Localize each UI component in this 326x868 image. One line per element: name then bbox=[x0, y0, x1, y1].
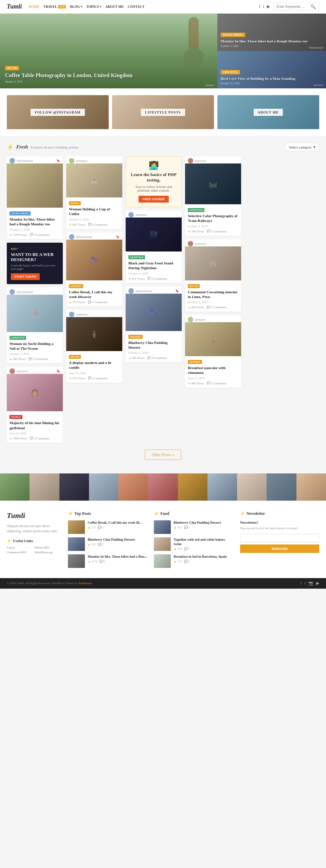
site-logo[interactable]: Tumli bbox=[7, 3, 22, 10]
nav-contact[interactable]: CONTACT bbox=[128, 5, 144, 8]
footer-post-thumb bbox=[68, 537, 85, 551]
post-card-pancake[interactable]: janngore 🗼 DESSERT Breakfast pancake wit… bbox=[185, 315, 241, 388]
ad-webdesign-btn[interactable]: START TODAY! bbox=[11, 273, 40, 280]
strip-photo-8[interactable] bbox=[207, 473, 237, 501]
youtube-icon[interactable]: ▶ bbox=[267, 4, 270, 9]
post-title: Selective Color Photography of Train Rai… bbox=[188, 213, 238, 223]
footer-post-item[interactable]: Coffee Break, I call this my week lif...… bbox=[68, 520, 147, 534]
search-box: 🔍 bbox=[273, 3, 319, 11]
footer-logo: Tumli bbox=[7, 511, 61, 520]
promo-instagram[interactable]: FOLLOW @INSTAGRAM bbox=[7, 95, 109, 129]
user-name: mytravel bbox=[195, 159, 206, 162]
hero-main-slide[interactable]: DECOR Coffee Table Photography in London… bbox=[0, 14, 217, 88]
lightning-icon-food: ⚡ bbox=[154, 511, 159, 516]
footer-post-item[interactable]: Blueberry Chia Pudding Dessert ▲ 585 💬 4 bbox=[154, 520, 233, 534]
avatar bbox=[10, 289, 15, 295]
strip-photo-5[interactable] bbox=[119, 473, 148, 501]
strip-photo-3[interactable] bbox=[59, 473, 89, 501]
strip-photo-1[interactable] bbox=[0, 473, 30, 501]
nav-travel[interactable]: TRAVEL NEW bbox=[43, 5, 66, 8]
ad-webdesigner: tuts+ WANT TO BE A WEB DESIGNER? Learn t… bbox=[7, 243, 63, 284]
post-card-candle[interactable]: anthemes 🕯️ DECOR A display modern and a… bbox=[66, 310, 122, 383]
strip-photo-10[interactable] bbox=[267, 473, 296, 501]
ad-php-btn[interactable]: FREE COURSE bbox=[139, 196, 169, 203]
footer-link-login[interactable]: Log in bbox=[7, 546, 33, 549]
footer-post-info: Breakfast in bed in Barcelona, Spain ▲ 3… bbox=[174, 554, 233, 563]
footer-post-title: Together with red and white bakers twine bbox=[174, 537, 233, 546]
post-card-yacht[interactable]: dailyminimal ⛵ LIFESTYLE Woman on Yacht … bbox=[7, 288, 63, 364]
hero-side-2[interactable]: LIFESTYLE Bird's eye View of Building by… bbox=[217, 51, 326, 88]
col-4: mytravel 🛤️ LIFESTYLE Selective Color Ph… bbox=[185, 156, 241, 443]
hero-side1-title: Monday be like, Those bikes had a Rough … bbox=[221, 39, 323, 44]
nav-blog[interactable]: BLOG ▾ bbox=[70, 5, 82, 8]
twitter-icon[interactable]: t bbox=[263, 4, 264, 9]
strip-photo-9[interactable] bbox=[237, 473, 267, 501]
post-image: 👩 bbox=[7, 374, 63, 411]
post-card-coffee[interactable]: juningors ☕ BOOKS Woman Holding a Cup of… bbox=[66, 156, 122, 229]
strip-photo-4[interactable] bbox=[89, 473, 119, 501]
strip-photo-11[interactable] bbox=[296, 473, 326, 501]
post-card-train[interactable]: mytravel 🛤️ LIFESTYLE Selective Color Ph… bbox=[185, 156, 241, 236]
hero-side-1[interactable]: SOCIAL MEDIA Monday be like, Those bikes… bbox=[217, 14, 326, 51]
post-title: A display modern and a lit candle bbox=[69, 360, 120, 370]
hero-side1-date: October 5, 2018 bbox=[221, 45, 323, 48]
post-title: Monday be like, Those bikes had a Rough … bbox=[10, 217, 60, 227]
user-name: dailyminimal bbox=[17, 290, 33, 294]
footer-top-posts: ⚡ Top Posts Coffee Break, I call this my… bbox=[68, 511, 147, 571]
fresh-title-group: ⚡ Fresh Explore all new trending stories bbox=[7, 144, 78, 150]
facebook-icon[interactable]: f bbox=[259, 4, 260, 9]
search-button[interactable]: 🔍 bbox=[310, 4, 316, 9]
post-meta: ▲700 Views 💬2 Comments bbox=[188, 230, 238, 233]
hero-side-slides: SOCIAL MEDIA Monday be like, Those bikes… bbox=[217, 14, 326, 88]
post-badge: DESSERT bbox=[128, 335, 143, 339]
lightning-icon-topposts: ⚡ bbox=[68, 511, 73, 516]
footer-facebook-icon[interactable]: f bbox=[301, 581, 302, 586]
user-name: juningors bbox=[76, 159, 88, 162]
nav-topics[interactable]: TOPICS ▾ bbox=[86, 5, 101, 8]
anthemes-link[interactable]: AnThemes bbox=[78, 581, 92, 585]
footer-link-entries[interactable]: Entries RSS bbox=[35, 546, 61, 549]
newsletter-input[interactable] bbox=[240, 534, 319, 542]
footer-post-title: Blueberry Chia Pudding Dessert bbox=[174, 520, 233, 525]
footer-instagram-icon[interactable]: 📷 bbox=[308, 581, 313, 586]
newsletter-subscribe-btn[interactable]: Subscribe bbox=[240, 544, 319, 553]
footer-link-wordpress[interactable]: WordPress.org bbox=[35, 551, 61, 554]
nav-about[interactable]: ABOUT ME bbox=[105, 5, 124, 8]
strip-photo-6[interactable] bbox=[148, 473, 178, 501]
footer-post-item[interactable]: Breakfast in bed in Barcelona, Spain ▲ 3… bbox=[154, 554, 233, 568]
footer-post-item[interactable]: Blueberry Chia Pudding Dessert ▲ 585 💬 2 bbox=[68, 537, 147, 551]
post-card-nightfood[interactable]: anthemes 🌃 LIFESTYLE Black and Gray Food… bbox=[126, 210, 182, 283]
promo-lifestyle[interactable]: LIFESTYLE POSTS bbox=[112, 95, 214, 129]
footer-col-title-topposts: ⚡ Top Posts bbox=[68, 511, 147, 516]
footer-twitter-icon[interactable]: t bbox=[305, 581, 306, 586]
older-posts-button[interactable]: Older Posts » bbox=[145, 450, 182, 460]
post-image: 🗼 bbox=[185, 322, 241, 356]
post-card-majority[interactable]: mytravel 🔖 👩 PEOPLE Majority of his time… bbox=[7, 367, 63, 443]
header: Tumli HOME TRAVEL NEW BLOG ▾ TOPICS ▾ AB… bbox=[0, 0, 326, 14]
nav-home[interactable]: HOME bbox=[29, 5, 39, 8]
post-card-cowork[interactable]: mytravel 🏢 DECOR Communal Coworking inte… bbox=[185, 239, 241, 312]
footer-youtube-icon[interactable]: ▶ bbox=[316, 581, 319, 586]
footer-post-item[interactable]: Monday be like, Those bikes had a Rou...… bbox=[68, 554, 147, 568]
footer-post-info: Blueberry Chia Pudding Dessert ▲ 585 💬 2 bbox=[88, 537, 147, 546]
footer-post-item[interactable]: Together with red and white bakers twine… bbox=[154, 537, 233, 551]
footer-post-meta: ▲ 373 💬 1 bbox=[174, 560, 233, 563]
footer-post-thumb bbox=[154, 537, 171, 551]
avatar bbox=[69, 312, 74, 317]
promo-about[interactable]: ABOUT ME bbox=[217, 95, 319, 129]
strip-photo-7[interactable] bbox=[178, 473, 207, 501]
strip-photo-2[interactable] bbox=[30, 473, 59, 501]
footer-link-comments[interactable]: Comments RSS bbox=[7, 551, 33, 554]
col-3: 👩‍💻 Learn the basics of PHP testing. Eas… bbox=[126, 156, 182, 443]
category-select[interactable]: Select category ▾ bbox=[285, 143, 320, 151]
footer-post-thumb bbox=[68, 520, 85, 534]
post-card-blueberry[interactable]: dailyminimal 🔖 🫐 DESSERT Blueberry Chia … bbox=[126, 287, 182, 363]
post-badge: DECOR bbox=[188, 284, 200, 288]
bookmark-icon: 🔖 bbox=[175, 289, 179, 293]
footer-post-meta: ▲ 293 💬 7 bbox=[174, 547, 233, 551]
post-card-bikes[interactable]: dailyminimal 🔖 🚲 SOCIAL MEDIA Monday be … bbox=[7, 156, 63, 239]
bookmark-icon: 🔖 bbox=[116, 235, 120, 239]
search-input[interactable] bbox=[276, 5, 310, 8]
post-card-coffeebreak[interactable]: dailyminimal 🔖 🫐 DESSERT Coffee Break, I… bbox=[66, 232, 122, 307]
post-badge: LIFESTYLE bbox=[10, 336, 26, 340]
